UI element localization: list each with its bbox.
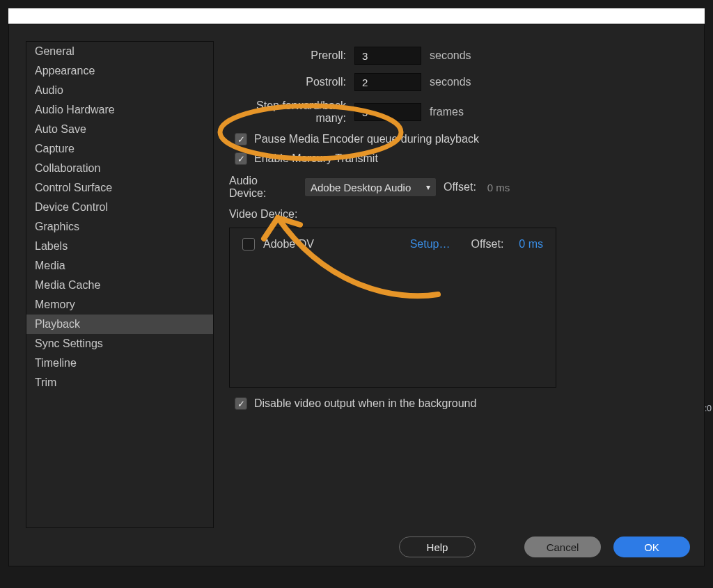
- cancel-button[interactable]: Cancel: [524, 537, 601, 557]
- sidebar-item-auto-save[interactable]: Auto Save: [26, 120, 213, 139]
- ok-button[interactable]: OK: [613, 537, 690, 557]
- help-button[interactable]: Help: [399, 537, 476, 557]
- sidebar-item-audio[interactable]: Audio: [26, 81, 213, 100]
- audio-device-selected: Adobe Desktop Audio: [311, 182, 411, 193]
- sidebar-item-appearance[interactable]: Appearance: [26, 61, 213, 81]
- video-device-section-label: Video Device:: [229, 208, 687, 221]
- sidebar-item-media-cache[interactable]: Media Cache: [26, 276, 213, 295]
- enable-mercury-label: Enable Mercury Transmit: [254, 152, 378, 165]
- video-offset-value[interactable]: 0 ms: [519, 238, 543, 251]
- preroll-unit: seconds: [430, 49, 471, 62]
- sidebar-item-device-control[interactable]: Device Control: [26, 198, 213, 217]
- step-many-unit: frames: [430, 106, 464, 118]
- pause-encoder-checkbox[interactable]: ✓: [235, 133, 247, 145]
- preferences-sidebar: General Appearance Audio Audio Hardware …: [26, 41, 214, 528]
- sidebar-item-capture[interactable]: Capture: [26, 139, 213, 159]
- playback-settings-panel: Preroll: seconds Postroll: seconds Step …: [229, 41, 687, 528]
- sidebar-item-labels[interactable]: Labels: [26, 237, 213, 256]
- video-device-row: Adobe DV Setup… Offset: 0 ms: [242, 238, 543, 251]
- disable-bg-label: Disable video output when in the backgro…: [254, 397, 476, 410]
- enable-mercury-checkbox[interactable]: ✓: [235, 152, 247, 165]
- postroll-unit: seconds: [430, 76, 471, 88]
- sidebar-item-general[interactable]: General: [26, 42, 213, 61]
- disable-bg-row: ✓ Disable video output when in the backg…: [235, 397, 687, 410]
- step-many-row: Step forward/back many: frames: [229, 100, 687, 125]
- pause-encoder-row: ✓ Pause Media Encoder queue during playb…: [235, 133, 687, 145]
- preroll-input[interactable]: [354, 47, 421, 65]
- sidebar-item-collaboration[interactable]: Collaboration: [26, 159, 213, 178]
- sidebar-item-control-surface[interactable]: Control Surface: [26, 178, 213, 198]
- sidebar-item-memory[interactable]: Memory: [26, 295, 213, 315]
- adobe-dv-label: Adobe DV: [263, 238, 314, 251]
- dialog-footer: Help Cancel OK: [9, 528, 704, 570]
- preferences-dialog: General Appearance Audio Audio Hardware …: [8, 24, 705, 566]
- audio-device-row: Audio Device: Adobe Desktop Audio ▾ Offs…: [229, 175, 687, 200]
- chevron-down-icon: ▾: [426, 182, 430, 192]
- postroll-input[interactable]: [354, 73, 421, 91]
- window-titlebar: [8, 8, 705, 24]
- disable-bg-checkbox[interactable]: ✓: [235, 397, 247, 410]
- step-many-label: Step forward/back many:: [229, 100, 346, 125]
- audio-offset-label: Offset:: [444, 181, 476, 193]
- enable-mercury-row: ✓ Enable Mercury Transmit: [235, 152, 687, 165]
- sidebar-item-graphics[interactable]: Graphics: [26, 217, 213, 237]
- postroll-row: Postroll: seconds: [229, 73, 687, 91]
- audio-device-select[interactable]: Adobe Desktop Audio ▾: [304, 177, 437, 197]
- preroll-row: Preroll: seconds: [229, 47, 687, 65]
- adobe-dv-checkbox[interactable]: [242, 238, 255, 251]
- step-many-input[interactable]: [354, 103, 421, 121]
- pause-encoder-label: Pause Media Encoder queue during playbac…: [254, 133, 479, 145]
- audio-device-label: Audio Device:: [229, 175, 297, 200]
- sidebar-item-sync-settings[interactable]: Sync Settings: [26, 334, 213, 353]
- sidebar-item-trim[interactable]: Trim: [26, 373, 213, 392]
- sidebar-item-media[interactable]: Media: [26, 256, 213, 276]
- audio-offset-value[interactable]: 0 ms: [487, 182, 510, 193]
- background-timecode-fragment: :0: [705, 404, 713, 413]
- video-offset-label: Offset:: [471, 238, 503, 251]
- sidebar-item-playback[interactable]: Playback: [26, 315, 213, 334]
- adobe-dv-setup-link[interactable]: Setup…: [410, 238, 450, 251]
- preroll-label: Preroll:: [229, 49, 346, 62]
- dialog-content: General Appearance Audio Audio Hardware …: [9, 24, 704, 528]
- video-device-listbox: Adobe DV Setup… Offset: 0 ms: [229, 228, 556, 388]
- sidebar-item-audio-hardware[interactable]: Audio Hardware: [26, 100, 213, 120]
- postroll-label: Postroll:: [229, 76, 346, 88]
- sidebar-item-timeline[interactable]: Timeline: [26, 353, 213, 373]
